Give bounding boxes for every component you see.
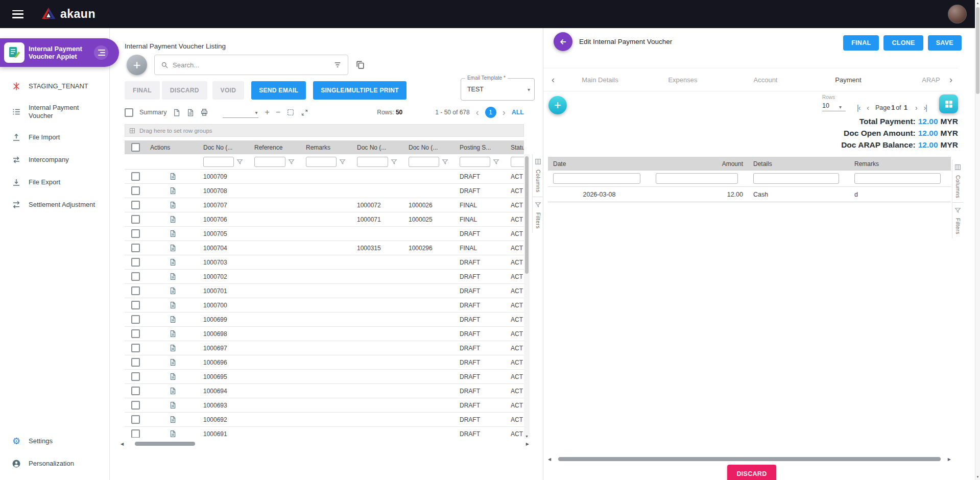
back-button[interactable] (554, 32, 572, 51)
filter-input[interactable] (254, 157, 285, 167)
row-checkbox[interactable] (131, 415, 140, 424)
row-group-dropzone[interactable]: Drag here to set row groups (125, 124, 524, 137)
row-checkbox[interactable] (131, 429, 140, 438)
document-icon[interactable] (169, 301, 176, 309)
email-template-select[interactable]: Email Template * TEST ▾ (461, 78, 535, 101)
sidebar-item-file-import[interactable]: File Import (0, 126, 109, 149)
row-checkbox[interactable] (131, 172, 140, 181)
filter-funnel-icon[interactable] (339, 158, 346, 165)
filter-input[interactable] (203, 157, 234, 167)
document-icon[interactable] (169, 416, 176, 423)
scrollbar-thumb[interactable] (558, 457, 941, 461)
layout-grid-button[interactable] (939, 94, 958, 113)
document-icon[interactable] (169, 373, 176, 380)
filters-tab[interactable]: Filters (533, 197, 543, 233)
copy-pages-icon[interactable] (355, 60, 365, 70)
row-checkbox[interactable] (131, 272, 140, 281)
document-icon[interactable] (169, 173, 176, 180)
row-checkbox[interactable] (131, 387, 140, 395)
scroll-left-icon[interactable]: ◀ (548, 457, 551, 462)
filter-input[interactable] (409, 157, 439, 167)
filters-tab[interactable]: Filters (952, 202, 963, 238)
tab-payment[interactable]: Payment (807, 76, 890, 84)
file-icon[interactable] (173, 109, 180, 116)
add-payment-button[interactable]: + (548, 96, 567, 114)
row-checkbox[interactable] (131, 401, 140, 410)
filter-funnel-icon[interactable] (236, 158, 243, 165)
tabs-scroll-left-icon[interactable]: ‹ (547, 75, 559, 85)
column-header-posting-s[interactable]: Posting S... (456, 140, 507, 154)
summary-checkbox[interactable] (125, 108, 133, 117)
scroll-down-icon[interactable]: ▼ (524, 435, 530, 438)
column-header-doc-no[interactable]: Doc No (... (199, 140, 250, 154)
column-header-actions[interactable]: Actions (146, 140, 199, 154)
filter-funnel-icon[interactable] (391, 158, 397, 165)
grid-border-icon[interactable] (286, 108, 295, 116)
tab-main-details[interactable]: Main Details (559, 76, 641, 84)
user-avatar[interactable] (948, 5, 967, 23)
applet-header[interactable]: Internal Payment Voucher Applet (0, 38, 119, 67)
document-icon[interactable] (169, 430, 176, 438)
menu-icon[interactable] (12, 10, 23, 18)
row-checkbox[interactable] (131, 286, 140, 295)
sidebar-item-file-export[interactable]: File Export (0, 171, 109, 194)
scroll-up-icon[interactable]: ▲ (975, 2, 980, 5)
scroll-left-icon[interactable]: ◀ (121, 442, 124, 446)
prev-page-icon[interactable]: ‹ (476, 108, 479, 117)
scrollbar-thumb[interactable] (135, 442, 195, 446)
document-icon[interactable] (169, 358, 176, 366)
discard-button[interactable]: DISCARD (727, 465, 776, 480)
next-page-icon[interactable]: › (915, 104, 917, 112)
column-header-remarks[interactable]: Remarks (302, 140, 353, 154)
expand-icon[interactable] (301, 109, 308, 116)
filter-funnel-icon[interactable] (493, 158, 499, 165)
scrollbar-thumb[interactable] (976, 7, 979, 94)
applet-menu-icon[interactable] (94, 45, 108, 60)
document-icon[interactable] (169, 287, 176, 295)
filter-input[interactable] (753, 173, 839, 184)
filter-input[interactable] (553, 173, 640, 184)
row-checkbox[interactable] (131, 186, 140, 195)
document-icon[interactable] (169, 344, 176, 352)
document-icon[interactable] (169, 230, 176, 237)
sidebar-item-settings[interactable]: ⚙Settings (0, 430, 109, 452)
sidebar-item-intercompany[interactable]: Intercompany (0, 149, 109, 171)
column-header-remarks[interactable]: Remarks (849, 157, 951, 171)
add-button[interactable]: + (127, 55, 147, 75)
row-checkbox[interactable] (131, 329, 140, 338)
send-email-button[interactable]: SEND EMAIL (251, 81, 306, 100)
document-icon[interactable] (169, 215, 176, 223)
row-checkbox[interactable] (131, 315, 140, 324)
filter-funnel-icon[interactable] (442, 158, 448, 165)
tabs-scroll-right-icon[interactable]: › (945, 75, 957, 85)
columns-tab[interactable]: Columns (533, 154, 543, 197)
filter-input[interactable] (854, 173, 941, 184)
current-page-button[interactable]: 1 (485, 107, 496, 118)
document-icon[interactable] (169, 244, 176, 252)
column-header-doc-no[interactable]: Doc No (... (353, 140, 404, 154)
document-icon[interactable] (169, 401, 176, 409)
scroll-down-icon[interactable]: ▼ (975, 475, 980, 478)
document-icon[interactable] (169, 258, 176, 266)
filter-list-icon[interactable] (333, 61, 342, 69)
sidebar-item-personalization[interactable]: Personalization (0, 452, 109, 475)
document-icon[interactable] (169, 316, 176, 323)
group-select[interactable]: ▾ (223, 107, 258, 118)
save-button[interactable]: SAVE (928, 35, 962, 51)
filter-input[interactable] (306, 157, 337, 167)
row-checkbox[interactable] (131, 215, 140, 224)
scrollbar-thumb[interactable] (525, 156, 529, 274)
sidebar-item-settlement-adjustment[interactable]: Settlement Adjustment (0, 194, 109, 216)
final-button[interactable]: FINAL (125, 81, 160, 100)
row-checkbox[interactable] (131, 201, 140, 209)
select-all-checkbox[interactable] (131, 143, 140, 152)
column-header-status[interactable]: Status (507, 140, 524, 154)
sidebar-item-internal-payment-voucher[interactable]: Internal Payment Voucher (0, 98, 109, 126)
filter-input[interactable] (656, 173, 738, 184)
scroll-right-icon[interactable]: ▶ (526, 442, 529, 446)
void-button[interactable]: VOID (212, 81, 245, 100)
prev-page-icon[interactable]: ‹ (867, 104, 869, 112)
document-icon[interactable] (169, 387, 176, 395)
row-checkbox[interactable] (131, 301, 140, 309)
row-checkbox[interactable] (131, 372, 140, 381)
